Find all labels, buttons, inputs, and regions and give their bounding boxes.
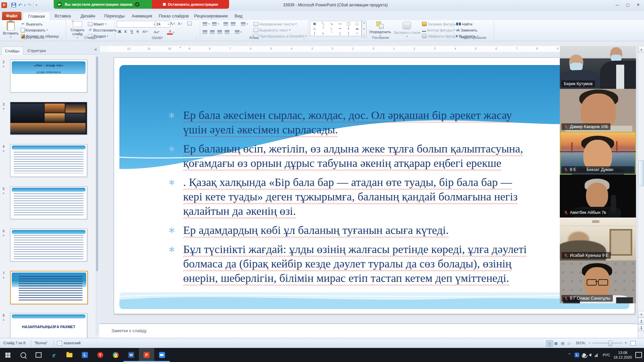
transition-star-icon[interactable]: ★ bbox=[2, 276, 5, 279]
scroll-up-icon[interactable]: ▲ bbox=[638, 46, 644, 53]
participant-tile[interactable]: Дамир Какаров 10Б bbox=[560, 89, 636, 132]
notes-pane[interactable]: Заметки к слайду bbox=[99, 324, 638, 338]
shape-glyph-icon[interactable]: ↘ bbox=[327, 21, 336, 26]
zoom-out-icon[interactable]: − bbox=[588, 341, 591, 345]
tab-review[interactable]: Рецензирование bbox=[193, 12, 229, 20]
font-size-combobox[interactable]: 24▾ bbox=[155, 21, 170, 27]
tray-expand-icon[interactable]: ⌃ bbox=[568, 353, 571, 357]
shape-glyph-icon[interactable]: { bbox=[336, 31, 344, 36]
shapes-gallery[interactable]: ▣╲↘▭◯▢△└┐⇒⇓☁ʃ∿⌒{}☆ bbox=[310, 21, 362, 36]
font-color-button[interactable]: А bbox=[167, 29, 173, 35]
close-button[interactable]: ✕ bbox=[634, 1, 643, 8]
language-indicator[interactable]: казахский bbox=[64, 341, 80, 345]
shape-glyph-icon[interactable]: ▣ bbox=[310, 21, 319, 26]
spellcheck-icon[interactable]: ✓ bbox=[57, 341, 62, 346]
powerpoint-app-icon[interactable]: P bbox=[1, 2, 7, 8]
bold-button[interactable]: Ж bbox=[117, 29, 122, 35]
zoom-slider-track[interactable] bbox=[592, 343, 623, 344]
taskbar-edge[interactable]: e bbox=[46, 348, 62, 362]
slide-thumbnail-2[interactable]: «Әке – асқар тау» ұлдар жиналысы bbox=[10, 60, 87, 93]
zoom-level[interactable]: 161% bbox=[576, 341, 585, 345]
copy-button[interactable]: Копировать▾ bbox=[21, 27, 48, 33]
layout-button[interactable]: Макет▾ bbox=[88, 21, 106, 27]
character-spacing-button[interactable]: AV▾ bbox=[142, 29, 148, 35]
shape-glyph-icon[interactable]: ⇒ bbox=[336, 26, 344, 31]
numbering-button[interactable]: ▾ bbox=[212, 21, 219, 27]
taskbar-file-explorer[interactable] bbox=[62, 348, 77, 362]
shape-glyph-icon[interactable]: ⇓ bbox=[344, 26, 353, 31]
fit-to-window-icon[interactable] bbox=[631, 341, 636, 346]
action-center-icon[interactable] bbox=[635, 352, 642, 358]
task-view-button[interactable] bbox=[31, 348, 46, 362]
slide-thumbnail-8[interactable]: НАЗАРЛАРЫҢЫЗҒА РАХМЕТ bbox=[10, 313, 87, 338]
underline-button[interactable]: Ч bbox=[129, 29, 135, 35]
zoom-in-icon[interactable]: + bbox=[625, 341, 627, 345]
columns-button[interactable]: ▾ bbox=[235, 29, 242, 35]
find-button[interactable]: Найти bbox=[456, 21, 472, 27]
panel-tab-outline[interactable]: Структура bbox=[24, 47, 49, 54]
paragraph-dialog-launcher-icon[interactable]: ⌟ bbox=[303, 36, 305, 39]
shape-glyph-icon[interactable]: ◯ bbox=[344, 21, 353, 26]
tab-file[interactable]: Файл bbox=[2, 12, 21, 20]
shape-outline-button[interactable]: Контур фигуры▾ bbox=[422, 27, 455, 33]
qat-customize-icon[interactable]: ▾ bbox=[36, 4, 37, 7]
slideshow-view-button[interactable]: ▷ bbox=[566, 340, 573, 346]
transition-star-icon[interactable]: ★ bbox=[2, 318, 5, 321]
participant-tile[interactable]: Берик Кутумов bbox=[560, 46, 636, 89]
slide-editor[interactable]: ∗ Ер бала әкесімен сырлас, жолдас, дос. … bbox=[114, 57, 635, 314]
theme-name[interactable]: "Волна" bbox=[34, 341, 48, 345]
h-ruler[interactable]: ▼12·11·10·9·8·7·6·5·4·3·2·1·0·1·2·3·4·5·… bbox=[108, 46, 636, 52]
shape-glyph-icon[interactable]: ▢ bbox=[353, 21, 361, 26]
font-color-dropdown-icon[interactable]: ▾ bbox=[173, 31, 174, 34]
shape-glyph-icon[interactable]: ☆ bbox=[353, 31, 361, 36]
minimize-button[interactable]: — bbox=[613, 1, 622, 8]
tab-design[interactable]: Дизайн bbox=[76, 12, 100, 20]
search-button[interactable] bbox=[15, 348, 31, 362]
reset-button[interactable]: ↺Восстановить bbox=[88, 27, 117, 33]
tab-animations[interactable]: Анимация bbox=[129, 12, 155, 20]
shape-glyph-icon[interactable]: ʃ bbox=[310, 31, 319, 36]
shape-glyph-icon[interactable]: ⌒ bbox=[327, 31, 336, 36]
undo-icon[interactable]: ↶ bbox=[18, 3, 22, 7]
volume-icon[interactable] bbox=[589, 353, 591, 357]
slide-thumbnail-3[interactable] bbox=[10, 102, 87, 135]
transition-star-icon[interactable]: ★ bbox=[2, 107, 5, 110]
participant-tile[interactable]: Амитбек Айбын 7в bbox=[560, 175, 636, 218]
zoom-slider-thumb[interactable] bbox=[608, 341, 612, 346]
bullets-button[interactable]: ▾ bbox=[203, 21, 210, 27]
taskbar-word[interactable]: W bbox=[123, 348, 139, 362]
shape-glyph-icon[interactable]: └ bbox=[319, 26, 327, 31]
shape-glyph-icon[interactable]: ∿ bbox=[319, 31, 327, 36]
previous-slide-button[interactable]: ▲▲ bbox=[638, 318, 644, 324]
start-button[interactable] bbox=[0, 348, 15, 362]
network-icon[interactable] bbox=[595, 353, 599, 357]
cut-button[interactable]: ✂Вырезать bbox=[21, 21, 43, 27]
shape-glyph-icon[interactable]: } bbox=[344, 31, 353, 36]
font-name-combobox[interactable]: ▾ bbox=[117, 21, 156, 27]
taskbar-chrome[interactable] bbox=[108, 348, 123, 362]
align-right-button[interactable] bbox=[217, 29, 222, 35]
indent-marker-icon[interactable]: ▼ bbox=[179, 46, 181, 49]
redo-icon[interactable]: ↷ bbox=[28, 3, 32, 7]
normal-view-button[interactable]: ◫ bbox=[546, 340, 553, 347]
save-icon[interactable] bbox=[11, 3, 16, 7]
shapes-gallery-scrollbar[interactable]: ▲▼⊽ bbox=[362, 21, 367, 38]
slide-sorter-view-button[interactable]: ▦ bbox=[553, 340, 559, 346]
shape-glyph-icon[interactable]: △ bbox=[310, 26, 319, 31]
slide-thumbnail-6[interactable] bbox=[10, 229, 87, 261]
participant-tile[interactable]: Исабай Куаныш 9 Е bbox=[560, 218, 636, 260]
reading-view-button[interactable]: ▤ bbox=[559, 340, 566, 346]
tray-app-l-icon[interactable]: L bbox=[575, 353, 579, 357]
taskbar-yandex[interactable]: Y bbox=[93, 348, 108, 362]
shape-glyph-icon[interactable]: ╲ bbox=[319, 21, 327, 26]
slide-thumbnail-7-selected[interactable] bbox=[10, 271, 88, 304]
shape-glyph-icon[interactable]: ☁ bbox=[353, 26, 361, 31]
tab-slideshow[interactable]: Показ слайдов bbox=[156, 12, 192, 20]
clock[interactable]: 13:08 18.12.2020 bbox=[613, 350, 632, 360]
transition-star-icon[interactable]: ★ bbox=[2, 192, 5, 195]
align-text-button[interactable]: Выровнять текст▾ bbox=[254, 27, 290, 33]
font-dialog-launcher-icon[interactable]: ⌟ bbox=[195, 36, 197, 39]
change-case-button[interactable]: Aa▾ bbox=[154, 29, 159, 35]
taskbar-app-l[interactable]: L bbox=[77, 348, 93, 362]
maximize-button[interactable]: ▢ bbox=[623, 1, 632, 8]
